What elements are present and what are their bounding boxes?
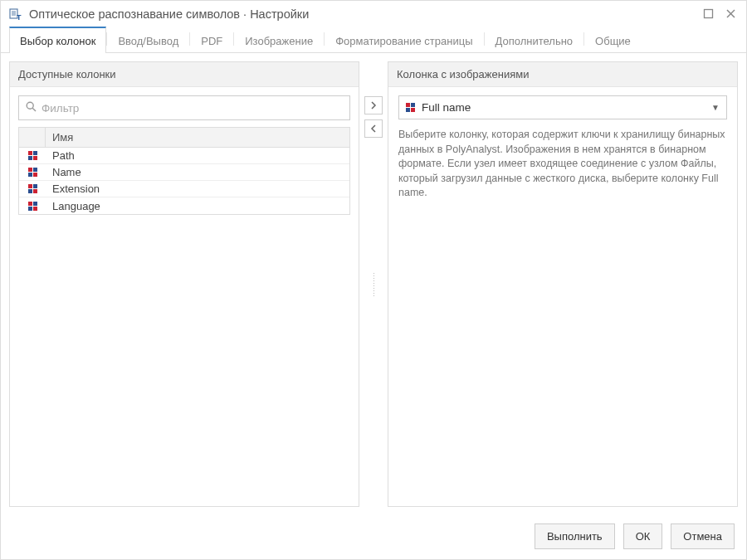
available-columns-panel: Доступные колонки Имя Path [9,61,359,507]
image-column-help: Выберите колонку, которая содержит ключи… [398,128,727,201]
tab-io[interactable]: Ввод/Вывод [107,27,189,53]
chevron-down-icon: ▼ [711,103,720,112]
available-columns-title: Доступные колонки [10,62,359,87]
column-type-icon [28,202,37,211]
table-row[interactable]: Name [19,164,349,181]
move-right-button[interactable] [364,96,383,114]
titlebar: T Оптическое распознавание символов · На… [1,1,746,26]
image-column-selected: Full name [422,101,705,114]
search-icon [26,101,37,114]
cell-name: Extension [46,181,349,197]
svg-point-8 [27,102,33,109]
tab-general[interactable]: Общие [584,27,642,53]
transfer-controls [359,61,388,507]
columns-table: Имя Path Name Extension [18,127,350,215]
column-type-icon [28,184,37,193]
image-column-title: Колонка с изображениями [388,62,737,87]
tab-image[interactable]: Изображение [234,27,324,53]
image-column-panel: Колонка с изображениями Full name ▼ Выбе… [388,61,738,507]
svg-line-9 [32,108,36,111]
svg-text:T: T [17,13,22,21]
content: Доступные колонки Имя Path [1,53,746,515]
app-icon: T [9,7,22,21]
column-type-icon [406,103,415,112]
table-row[interactable]: Path [19,148,349,164]
filter-input[interactable] [42,102,343,114]
close-icon[interactable] [725,8,736,21]
maximize-icon[interactable] [703,8,714,21]
cell-name: Path [46,148,349,163]
ok-button[interactable]: ОК [623,523,663,549]
execute-button[interactable]: Выполнить [535,523,615,549]
svg-rect-5 [705,9,713,17]
footer: Выполнить ОК Отмена [1,515,746,559]
tab-page-format[interactable]: Форматирование страницы [325,27,483,53]
tab-pdf[interactable]: PDF [190,27,233,53]
image-column-select[interactable]: Full name ▼ [398,95,727,119]
table-row[interactable]: Extension [19,181,349,197]
table-row[interactable]: Language [19,197,349,214]
column-type-icon [28,151,37,160]
cell-name: Name [46,164,349,180]
tabs: Выбор колонок Ввод/Вывод PDF Изображение… [1,26,746,53]
tab-advanced[interactable]: Дополнительно [485,27,584,53]
filter-field[interactable] [18,95,350,120]
cancel-button[interactable]: Отмена [671,523,735,549]
settings-window: T Оптическое распознавание символов · На… [0,0,747,560]
table-header: Имя [19,128,349,148]
cell-name: Language [46,198,349,214]
splitter-handle[interactable] [373,272,375,297]
column-type-icon [28,168,37,177]
tab-columns[interactable]: Выбор колонок [9,27,106,53]
window-title: Оптическое распознавание символов · Наст… [29,7,696,21]
move-left-button[interactable] [364,119,383,138]
table-header-name: Имя [46,128,349,147]
